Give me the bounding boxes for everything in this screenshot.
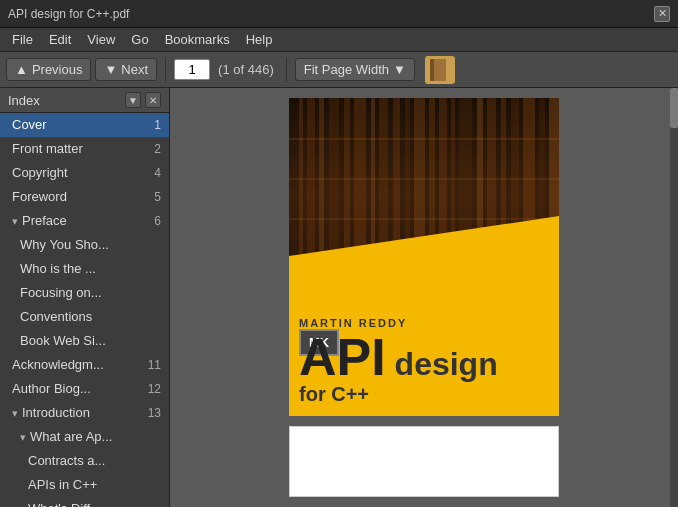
- main-area: Index ▼ ✕ Cover1Front matter2Copyright4F…: [0, 88, 678, 507]
- sidebar-item[interactable]: Foreword5: [0, 185, 169, 209]
- menu-item-bookmarks[interactable]: Bookmarks: [157, 30, 238, 49]
- sidebar-item-label: Acknowledgm...: [12, 357, 141, 372]
- sidebar-item[interactable]: Front matter2: [0, 137, 169, 161]
- scrollbar-thumb[interactable]: [670, 88, 678, 128]
- sidebar-item-label: Front matter: [12, 141, 141, 156]
- sidebar-close-button[interactable]: ✕: [145, 92, 161, 108]
- book-title-api: API: [299, 328, 386, 386]
- sidebar-item[interactable]: Focusing on...: [0, 281, 169, 305]
- down-arrow-icon: ▼: [104, 62, 117, 77]
- next-label: Next: [121, 62, 148, 77]
- book-cover: MK MARTIN REDDY API design for C++: [289, 98, 559, 416]
- sidebar-item[interactable]: Author Biog...12: [0, 377, 169, 401]
- page-input[interactable]: [174, 59, 210, 80]
- title-bar: API design for C++.pdf ✕: [0, 0, 678, 28]
- sidebar-item-label: Focusing on...: [20, 285, 161, 300]
- sidebar-item-label: Contracts a...: [28, 453, 161, 468]
- book-main-title: API design: [299, 331, 549, 383]
- window-title: API design for C++.pdf: [8, 7, 129, 21]
- sidebar-item-label: What's Diff: [28, 501, 161, 507]
- page-preview: [289, 426, 559, 497]
- prev-button[interactable]: ▲ Previous: [6, 58, 91, 81]
- sidebar-item[interactable]: Acknowledgm...11: [0, 353, 169, 377]
- up-arrow-icon: ▲: [15, 62, 28, 77]
- sidebar-item-page: 4: [141, 166, 161, 180]
- menu-item-help[interactable]: Help: [238, 30, 281, 49]
- book-subtitle: for C++: [299, 383, 549, 406]
- prev-label: Previous: [32, 62, 83, 77]
- menu-item-edit[interactable]: Edit: [41, 30, 79, 49]
- sidebar-expand-arrow-icon: ▾: [12, 215, 18, 227]
- sidebar-item[interactable]: APIs in C++: [0, 473, 169, 497]
- sidebar-item-label: ▾Introduction: [12, 405, 141, 420]
- sidebar-item-label: Conventions: [20, 309, 161, 324]
- page-info: (1 of 446): [214, 62, 278, 77]
- sidebar-item[interactable]: Who is the ...: [0, 257, 169, 281]
- sidebar-item[interactable]: Conventions: [0, 305, 169, 329]
- content-area: MK MARTIN REDDY API design for C++: [170, 88, 678, 507]
- next-button[interactable]: ▼ Next: [95, 58, 157, 81]
- book-icon[interactable]: [425, 56, 455, 84]
- sidebar-title: Index: [8, 93, 40, 108]
- sidebar-item-page: 12: [141, 382, 161, 396]
- sidebar-expand-arrow-icon: ▾: [12, 407, 18, 419]
- toolbar-separator: [165, 58, 166, 82]
- close-button[interactable]: ✕: [654, 6, 670, 22]
- book-title-design: design: [386, 346, 498, 382]
- sidebar-header-buttons: ▼ ✕: [125, 92, 161, 108]
- svg-rect-0: [432, 59, 446, 81]
- sidebar-item-label: Why You Sho...: [20, 237, 161, 252]
- sidebar-item-label: Book Web Si...: [20, 333, 161, 348]
- scrollbar[interactable]: [670, 88, 678, 507]
- sidebar-item[interactable]: Cover1: [0, 113, 169, 137]
- sidebar-items-list: Cover1Front matter2Copyright4Foreword5▾P…: [0, 113, 169, 507]
- fit-dropdown[interactable]: Fit Page Width ▼: [295, 58, 415, 81]
- sidebar-item[interactable]: Book Web Si...: [0, 329, 169, 353]
- menu-bar: FileEditViewGoBookmarksHelp: [0, 28, 678, 52]
- menu-item-view[interactable]: View: [79, 30, 123, 49]
- sidebar-item-label: ▾Preface: [12, 213, 141, 228]
- toolbar: ▲ Previous ▼ Next (1 of 446) Fit Page Wi…: [0, 52, 678, 88]
- sidebar-item-label: APIs in C++: [28, 477, 161, 492]
- fit-label: Fit Page Width: [304, 62, 389, 77]
- sidebar-item-page: 11: [141, 358, 161, 372]
- menu-item-file[interactable]: File: [4, 30, 41, 49]
- sidebar-item-label: Who is the ...: [20, 261, 161, 276]
- sidebar-item-label: Cover: [12, 117, 141, 132]
- sidebar-item-page: 2: [141, 142, 161, 156]
- sidebar-item[interactable]: ▾Introduction13: [0, 401, 169, 425]
- sidebar-item[interactable]: Copyright4: [0, 161, 169, 185]
- dropdown-arrow-icon: ▼: [393, 62, 406, 77]
- sidebar-item[interactable]: ▾What are Ap...: [0, 425, 169, 449]
- book-svg: [430, 58, 450, 82]
- sidebar-expand-arrow-icon: ▾: [20, 431, 26, 443]
- sidebar: Index ▼ ✕ Cover1Front matter2Copyright4F…: [0, 88, 170, 507]
- sidebar-item[interactable]: What's Diff: [0, 497, 169, 507]
- sidebar-collapse-button[interactable]: ▼: [125, 92, 141, 108]
- sidebar-item-label: Copyright: [12, 165, 141, 180]
- sidebar-item-label: ▾What are Ap...: [20, 429, 161, 444]
- menu-item-go[interactable]: Go: [123, 30, 156, 49]
- svg-rect-1: [430, 59, 434, 81]
- book-title-area: MARTIN REDDY API design for C++: [299, 317, 549, 406]
- sidebar-item-page: 13: [141, 406, 161, 420]
- sidebar-item[interactable]: Why You Sho...: [0, 233, 169, 257]
- sidebar-item[interactable]: Contracts a...: [0, 449, 169, 473]
- sidebar-item-label: Foreword: [12, 189, 141, 204]
- sidebar-item-page: 1: [141, 118, 161, 132]
- sidebar-item-page: 5: [141, 190, 161, 204]
- sidebar-item-label: Author Biog...: [12, 381, 141, 396]
- sidebar-item[interactable]: ▾Preface6: [0, 209, 169, 233]
- sidebar-header: Index ▼ ✕: [0, 88, 169, 113]
- toolbar-separator2: [286, 58, 287, 82]
- sidebar-item-page: 6: [141, 214, 161, 228]
